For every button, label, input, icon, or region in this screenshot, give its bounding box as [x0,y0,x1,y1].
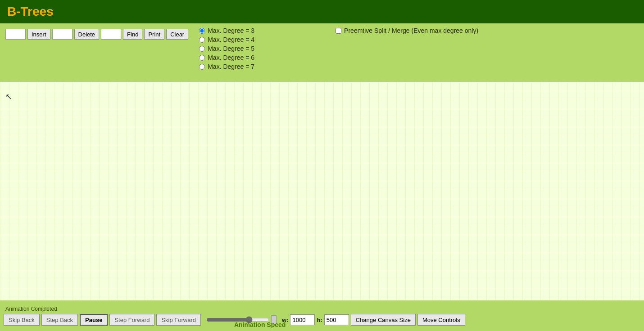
degree-6-label: Max. Degree = 6 [208,54,254,61]
degree-5-label: Max. Degree = 5 [208,45,254,52]
degree-6-radio[interactable] [199,55,205,61]
degree-4-label: Max. Degree = 4 [208,36,254,43]
step-back-button[interactable]: Step Back [41,314,78,326]
height-input[interactable] [324,314,349,325]
move-controls-button[interactable]: Move Controls [417,314,465,326]
degree-3-label: Max. Degree = 3 [208,27,254,34]
canvas-size-controls: w: h: Change Canvas Size Move Controls [282,314,465,326]
clear-button[interactable]: Clear [166,29,188,40]
degree-5-radio[interactable] [199,46,205,52]
animation-completed-label: Animation Completed [5,306,57,312]
degree-3-radio[interactable] [199,28,205,34]
controls-bar: Insert Delete Find Print Clear Max. Degr… [0,23,644,82]
preemptive-label: Preemtive Split / Merge (Even max degree… [344,27,478,34]
find-button[interactable]: Find [123,29,142,40]
find-input[interactable] [101,29,121,40]
animation-speed-label: Animation Speed [234,321,286,328]
degree-3-row: Max. Degree = 3 [199,27,254,34]
header: B-Trees [0,0,644,23]
skip-forward-button[interactable]: Skip Forward [156,314,201,326]
width-input[interactable] [290,314,315,325]
bottom-bar: Animation Completed Skip Back Step Back … [0,300,644,331]
degree-controls: Max. Degree = 3 Preemtive Split / Merge … [199,27,478,70]
skip-back-button[interactable]: Skip Back [4,314,40,326]
cursor-indicator: ↖ [5,92,12,102]
left-controls: Insert Delete Find Print Clear [5,27,188,40]
pause-button[interactable]: Pause [80,314,108,326]
degree-5-row: Max. Degree = 5 [199,45,478,52]
degree-7-label: Max. Degree = 7 [208,63,254,70]
preemptive-row: Preemtive Split / Merge (Even max degree… [336,27,478,34]
insert-button[interactable]: Insert [27,29,50,40]
insert-input[interactable] [5,29,26,40]
degree-7-radio[interactable] [199,64,205,70]
preemptive-checkbox[interactable] [336,28,341,34]
degree-6-row: Max. Degree = 6 [199,54,478,61]
h-label: h: [317,317,322,323]
canvas-area: ↖ [0,82,644,300]
degree-7-row: Max. Degree = 7 [199,63,478,70]
delete-button[interactable]: Delete [74,29,100,40]
degree-4-radio[interactable] [199,37,205,43]
app-title: B-Trees [7,4,54,19]
print-button[interactable]: Print [144,29,164,40]
bottom-controls: Skip Back Step Back Pause Step Forward S… [4,314,640,326]
degree-4-row: Max. Degree = 4 [199,36,478,43]
change-canvas-button[interactable]: Change Canvas Size [351,314,416,326]
delete-input[interactable] [52,29,73,40]
step-forward-button[interactable]: Step Forward [109,314,154,326]
